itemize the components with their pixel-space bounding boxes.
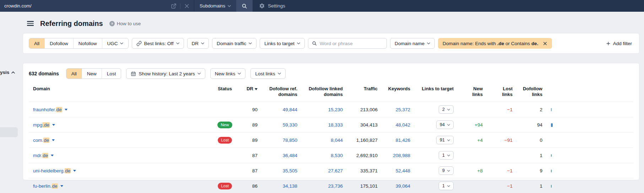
dofollow-links-value: 2 xyxy=(517,102,547,117)
domain-link[interactable]: mpg.de xyxy=(33,122,50,128)
new-links-value xyxy=(458,178,487,193)
tab-ugc-label: UGC xyxy=(107,41,118,46)
show-history-label: Show history: Last 2 years xyxy=(139,71,195,76)
new-links-value: +4 xyxy=(458,133,487,148)
links-to-target-select[interactable]: 1 xyxy=(439,151,454,160)
external-link-icon[interactable] xyxy=(171,3,177,9)
dofollow-linked-domains-value[interactable]: 15,230 xyxy=(302,102,347,117)
domain-dropdown-caret[interactable] xyxy=(52,124,55,126)
links-to-target-select[interactable]: 2 xyxy=(439,105,454,114)
dofollow-linked-domains-value[interactable]: 18,333 xyxy=(302,117,347,133)
scope-mode-dropdown[interactable]: Subdomains xyxy=(194,0,236,12)
links-to-target-select[interactable]: 94 xyxy=(436,120,454,129)
new-links-value xyxy=(458,148,487,163)
table-row: fraunhofer.de9049,84415,230213,00625,372… xyxy=(29,102,633,117)
target-url-input[interactable] xyxy=(4,3,167,9)
add-filter-button[interactable]: Add filter xyxy=(606,41,633,46)
dofollow-ref-domains-value[interactable]: 49,844 xyxy=(262,102,302,117)
keywords-value[interactable]: 48,042 xyxy=(382,117,415,133)
domain-link[interactable]: uni-heidelberg.de xyxy=(33,168,71,173)
domain-dropdown-caret[interactable] xyxy=(65,109,67,111)
active-filter-text: Domain name: Ends with .de or Contains d… xyxy=(443,41,538,46)
clear-url-icon[interactable] xyxy=(184,3,190,9)
domain-dropdown-caret[interactable] xyxy=(60,185,63,187)
col-traffic[interactable]: Traffic xyxy=(347,84,382,102)
col-keywords[interactable]: Keywords xyxy=(382,84,415,102)
table-row: com.deLost8978,8508,0441,160,82781,42691… xyxy=(29,133,633,148)
menu-icon[interactable] xyxy=(27,21,34,26)
tab-status-lost[interactable]: Lost xyxy=(102,69,121,79)
filters-panel: All Dofollow Nofollow UGC Best links: Of… xyxy=(23,33,639,54)
col-lost-links[interactable]: Lost links xyxy=(487,84,517,102)
remove-filter-button[interactable] xyxy=(538,38,552,49)
tab-dofollow[interactable]: Dofollow xyxy=(44,38,73,48)
tab-status-all[interactable]: All xyxy=(66,69,82,79)
tab-all-links[interactable]: All xyxy=(29,38,44,48)
how-to-use-link[interactable]: ? How to use xyxy=(109,21,141,26)
tab-nofollow[interactable]: Nofollow xyxy=(73,38,102,48)
dofollow-ref-domains-value[interactable]: 78,850 xyxy=(262,133,302,148)
keywords-value[interactable]: 208,988 xyxy=(382,148,415,163)
col-status: Status xyxy=(210,84,240,102)
domain-link[interactable]: fraunhofer.de xyxy=(33,107,62,112)
domain-link[interactable]: fu-berlin.de xyxy=(33,183,58,189)
dr-filter-label: DR xyxy=(192,41,199,46)
dofollow-ref-domains-value[interactable]: 35,505 xyxy=(262,163,302,178)
question-circle-icon: ? xyxy=(109,21,115,26)
links-to-target-select[interactable]: 91 xyxy=(436,136,454,144)
word-search-input[interactable] xyxy=(320,41,383,46)
col-dr[interactable]: DR xyxy=(240,84,262,102)
tab-ugc[interactable]: UGC xyxy=(102,38,128,48)
active-filter-chip: Domain name: Ends with .de or Contains d… xyxy=(438,38,552,49)
domain-dropdown-caret[interactable] xyxy=(51,155,54,156)
dofollow-ref-domains-value[interactable]: 59,330 xyxy=(262,117,302,133)
sidebar-item-partial[interactable]: ysis xyxy=(0,70,15,75)
dofollow-linked-domains-value[interactable]: 8,530 xyxy=(302,148,347,163)
dofollow-ref-domains-value[interactable]: 36,484 xyxy=(262,148,302,163)
domain-dropdown-caret[interactable] xyxy=(52,139,55,141)
keywords-value[interactable]: 81,426 xyxy=(382,133,415,148)
traffic-value: 335,371 xyxy=(347,163,382,178)
links-to-target-select[interactable]: 1 xyxy=(439,182,454,190)
domain-name-filter-dropdown[interactable]: Domain name xyxy=(390,38,435,49)
keywords-value[interactable]: 39,064 xyxy=(382,178,415,193)
dofollow-ref-domains-value[interactable]: 34,138 xyxy=(262,178,302,193)
links-to-target-filter-dropdown[interactable]: Links to target xyxy=(260,38,305,49)
domain-link[interactable]: mdr.de xyxy=(33,153,48,158)
new-links-value: +94 xyxy=(458,117,487,133)
tab-status-new[interactable]: New xyxy=(82,69,102,79)
sidebar-partial-chip[interactable] xyxy=(0,127,18,137)
lost-links-dropdown[interactable]: Lost links xyxy=(250,68,285,79)
keywords-value[interactable]: 25,372 xyxy=(382,102,415,117)
how-to-use-label: How to use xyxy=(117,21,141,26)
chevron-down-icon xyxy=(197,73,201,75)
links-history-bar xyxy=(551,185,552,188)
chevron-down-icon xyxy=(297,42,300,44)
svg-text:?: ? xyxy=(111,21,113,25)
links-to-target-select[interactable]: 9 xyxy=(439,166,454,175)
referring-domains-panel: 632 domains All New Lost Show history: L… xyxy=(23,63,639,180)
settings-button[interactable]: Settings xyxy=(259,0,285,12)
dr-filter-dropdown[interactable]: DR xyxy=(187,38,209,49)
col-dofollow-ref-domains[interactable]: Dofollow ref. domains xyxy=(262,84,302,102)
status-badge: Lost xyxy=(218,183,232,189)
dofollow-linked-domains-value[interactable]: 8,044 xyxy=(302,133,347,148)
col-dofollow-links[interactable]: Dofollow links xyxy=(517,84,547,102)
domain-dropdown-caret[interactable] xyxy=(73,170,76,172)
chevron-up-icon xyxy=(11,71,15,74)
show-history-dropdown[interactable]: Show history: Last 2 years xyxy=(126,68,205,79)
new-links-dropdown[interactable]: New links xyxy=(210,68,246,79)
domain-link[interactable]: com.de xyxy=(33,138,49,143)
col-links-to-target[interactable]: Links to target xyxy=(415,84,458,102)
dofollow-linked-domains-value[interactable]: 23,736 xyxy=(302,178,347,193)
col-new-links[interactable]: New links xyxy=(458,84,487,102)
sort-desc-icon xyxy=(255,88,258,90)
search-icon xyxy=(312,41,317,46)
best-links-dropdown[interactable]: Best links: Off xyxy=(132,38,184,49)
dofollow-linked-domains-value[interactable]: 27,627 xyxy=(302,163,347,178)
keywords-value[interactable]: 52,448 xyxy=(382,163,415,178)
dr-value: 87 xyxy=(240,163,262,178)
search-button[interactable] xyxy=(236,0,253,12)
col-dofollow-linked-domains[interactable]: Dofollow linked domains xyxy=(302,84,347,102)
domain-traffic-filter-dropdown[interactable]: Domain traffic xyxy=(212,38,256,49)
